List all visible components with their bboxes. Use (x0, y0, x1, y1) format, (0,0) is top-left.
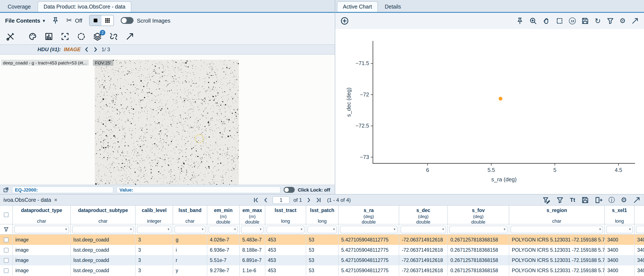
view-mode-segment (89, 15, 114, 26)
settings-gear-icon[interactable]: ⚙ (621, 196, 627, 203)
row-checkbox[interactable] (4, 268, 8, 273)
table-row[interactable]: imagelsst.deep_coadd3g4.026e-75.483e-745… (0, 234, 644, 245)
chevron-down-icon: ▾ (168, 227, 169, 231)
filter-icon[interactable] (606, 17, 614, 25)
zoom-select-icon[interactable] (530, 17, 537, 25)
column-header-s_xel1[interactable]: s_xel1long (605, 206, 634, 224)
save-icon[interactable] (582, 17, 589, 25)
next-hdu-icon[interactable] (92, 46, 98, 52)
column-header-em_min[interactable]: em_min(m)double (207, 206, 240, 224)
data-point[interactable] (498, 97, 502, 101)
file-contents-dropdown[interactable]: File Contents ▾ (5, 17, 45, 24)
crop-off-button[interactable]: ✂ Off (66, 17, 82, 24)
expand-icon[interactable] (631, 17, 639, 25)
row-checkbox[interactable] (4, 258, 8, 262)
column-header-dataproduct_type[interactable]: dataproduct_typechar (13, 206, 71, 224)
next-page-icon[interactable] (306, 197, 312, 203)
page-number-input[interactable] (272, 196, 290, 204)
filter-edit-icon[interactable] (543, 196, 550, 204)
recenter-target-icon[interactable] (60, 32, 70, 41)
scroll-images-toggle[interactable] (121, 17, 134, 24)
column-header-lsst_patch[interactable]: lsst_patchlong (306, 206, 339, 224)
add-chart-icon[interactable] (340, 17, 349, 25)
filter-funnel-cell[interactable] (0, 224, 13, 234)
coordinate-readout-field[interactable]: EQ-J2000: (12, 186, 114, 193)
tab-details[interactable]: Details (379, 1, 407, 12)
text-view-icon[interactable]: Tt (570, 197, 575, 203)
cell-dataproduct_subtype: lsst.deep_coadd (71, 265, 136, 276)
filter-select-lsst_band[interactable]: ▾ (174, 226, 206, 233)
table-tab[interactable]: ivoa.ObsCore - data × (4, 197, 57, 203)
info-icon[interactable]: ⓘ (608, 197, 615, 203)
column-header-em_max[interactable]: em_max(m)double (240, 206, 265, 224)
row-checkbox[interactable] (4, 248, 8, 252)
x-axis-title: s_ra (deg) (491, 176, 517, 182)
tab-coverage[interactable]: Coverage (2, 1, 37, 12)
column-header-lsst_tract[interactable]: lsst_tractlong (265, 206, 306, 224)
filter-select-s_dec[interactable]: ▾ (400, 226, 446, 233)
column-header-s_xe[interactable]: s_xelon (634, 206, 644, 224)
single-view-button[interactable] (90, 15, 102, 26)
click-lock-toggle[interactable] (284, 187, 295, 192)
chevron-down-icon: ▾ (333, 227, 335, 231)
cell-lsst_band: y (173, 265, 207, 276)
save-icon[interactable] (581, 196, 589, 204)
layers-button[interactable]: 2 (93, 32, 102, 41)
restore-icon[interactable]: ↻ (595, 17, 601, 24)
filter-select-em_max[interactable]: ▾ (241, 226, 264, 233)
column-header-calib_level[interactable]: calib_levelinteger (136, 206, 173, 224)
popout-icon[interactable] (3, 187, 9, 192)
filter-icon[interactable] (556, 196, 564, 204)
add-column-icon[interactable] (595, 196, 602, 204)
value-readout-field[interactable]: Value: (116, 186, 281, 193)
filter-select-lsst_tract[interactable]: ▾ (266, 226, 304, 233)
table-row[interactable]: imagelsst.deep_coadd3r5.51e-76.891e-7453… (0, 255, 644, 265)
select-all-checkbox[interactable] (4, 212, 8, 217)
table-row[interactable]: imagelsst.deep_coadd3y9.278e-71.1e-64535… (0, 265, 644, 276)
column-header-lsst_band[interactable]: lsst_bandchar (173, 206, 207, 224)
filter-select-calib_level[interactable]: ▾ (137, 226, 172, 233)
settings-gear-icon[interactable]: ⚙ (620, 18, 626, 24)
table-row[interactable]: imagelsst.deep_coadd3i6.936e-78.188e-745… (0, 245, 644, 255)
select-area-icon[interactable] (556, 17, 564, 25)
color-palette-icon[interactable] (28, 32, 37, 41)
pan-hand-icon[interactable] (543, 17, 550, 25)
prev-page-icon[interactable] (263, 197, 269, 203)
filter-select-lsst_patch[interactable]: ▾ (308, 226, 337, 233)
cell-lsst_band: i (173, 245, 207, 255)
filter-select-s_xe[interactable]: ▾ (636, 226, 644, 233)
zoom-original-icon[interactable]: 1X (569, 18, 576, 24)
unlink-icon[interactable] (109, 32, 118, 41)
column-header-s_dec[interactable]: s_dec(deg)double (399, 206, 448, 224)
column-header-s_fov[interactable]: s_fov(deg)double (448, 206, 509, 224)
filter-select-s_xel1[interactable]: ▾ (606, 226, 633, 233)
first-page-icon[interactable] (253, 197, 259, 203)
column-header-dataproduct_subtype[interactable]: dataproduct_subtypechar (71, 206, 136, 224)
tools-icon[interactable] (6, 32, 15, 41)
filter-select-s_ra[interactable]: ▾ (340, 226, 398, 233)
filter-select-dataproduct_type[interactable]: ▾ (14, 226, 69, 233)
scissors-icon: ✂ (66, 17, 72, 24)
scatter-chart[interactable]: 65.554.5−71.5−72−72.5−73s_ra (deg)s_dec … (335, 29, 644, 194)
close-icon[interactable]: × (54, 197, 57, 203)
expand-icon[interactable] (126, 32, 134, 41)
tab-data-product[interactable]: Data Product: ivoa.ObsCore - data (38, 1, 131, 12)
select-region-icon[interactable] (77, 32, 86, 41)
expand-icon[interactable] (633, 196, 640, 204)
pin-icon[interactable] (52, 17, 60, 24)
sky-image[interactable] (95, 60, 239, 185)
filter-select-em_min[interactable]: ▾ (208, 226, 238, 233)
grid-view-button[interactable] (102, 15, 114, 26)
filter-select-s_fov[interactable]: ▾ (449, 226, 508, 233)
filter-select-dataproduct_subtype[interactable]: ▾ (72, 226, 134, 233)
filter-select-s_region[interactable]: ▾ (510, 226, 603, 233)
pin-icon[interactable] (516, 17, 524, 25)
row-checkbox[interactable] (4, 238, 8, 242)
last-page-icon[interactable] (316, 197, 322, 203)
prev-hdu-icon[interactable] (84, 46, 90, 52)
tab-active-chart[interactable]: Active Chart (337, 1, 378, 12)
stretch-histogram-icon[interactable] (44, 32, 53, 41)
column-header-s_region[interactable]: s_regionchar (509, 206, 605, 224)
cell-s_fov: 0.2671257818368158 (448, 255, 509, 265)
column-header-s_ra[interactable]: s_ra(deg)double (339, 206, 399, 224)
